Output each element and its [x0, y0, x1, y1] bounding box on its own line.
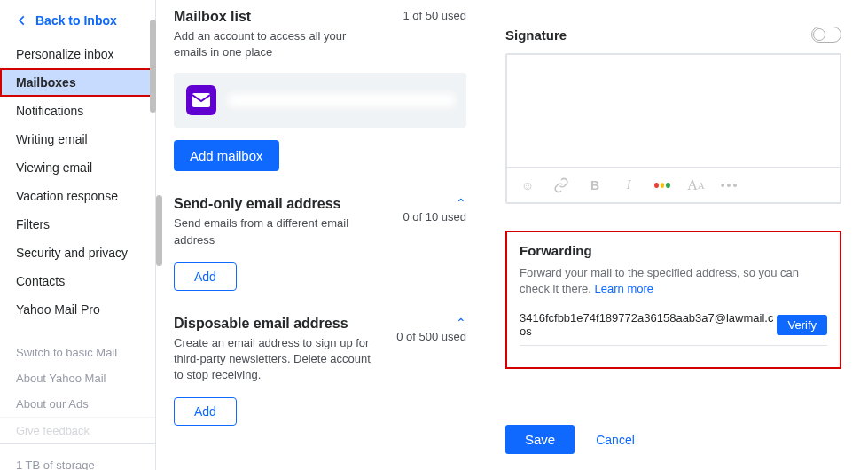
forwarding-title: Forwarding: [520, 243, 827, 258]
sidebar-scrollbar[interactable]: [150, 20, 156, 113]
nav-filters[interactable]: Filters: [0, 210, 155, 239]
more-icon[interactable]: •••: [722, 177, 738, 193]
nav-mailboxes[interactable]: Mailboxes: [0, 68, 155, 97]
back-to-inbox-link[interactable]: Back to Inbox: [0, 13, 155, 40]
section-disposable: Disposable email address Create an email…: [174, 316, 466, 427]
back-label: Back to Inbox: [35, 13, 117, 27]
save-button[interactable]: Save: [505, 425, 575, 454]
verify-button[interactable]: Verify: [777, 315, 827, 335]
forwarding-learn-more-link[interactable]: Learn more: [595, 282, 653, 295]
nav-personalize-inbox[interactable]: Personalize inbox: [0, 40, 155, 68]
disposable-used: 0 of 500 used: [396, 330, 466, 343]
nav-security-privacy[interactable]: Security and privacy: [0, 239, 155, 267]
storage-info: 1 TB of storage 0.06 % used: [0, 443, 155, 470]
mailbox-account-row[interactable]: [174, 73, 466, 128]
link-give-feedback[interactable]: Give feedback: [0, 417, 155, 443]
sidebar-secondary-links: Switch to basic Mail About Yahoo Mail Ab…: [0, 340, 155, 443]
disposable-collapse-icon[interactable]: ⌃: [396, 316, 466, 330]
add-send-only-button[interactable]: Add: [174, 262, 237, 291]
mailbox-list-desc: Add an account to access all your emails…: [174, 28, 378, 60]
nav-yahoo-mail-pro[interactable]: Yahoo Mail Pro: [0, 295, 155, 324]
forwarding-email: 3416fcfbb1e74f189772a36158aab3a7@lawmail…: [520, 311, 777, 338]
link-about-ads[interactable]: About our Ads: [0, 391, 155, 417]
signature-textarea[interactable]: [507, 55, 840, 167]
action-buttons: Save Cancel: [505, 425, 635, 454]
signature-toggle[interactable]: [811, 27, 841, 43]
mailbox-list-title: Mailbox list: [174, 9, 378, 25]
section-mailbox-list: Mailbox list Add an account to access al…: [174, 9, 466, 171]
nav-contacts[interactable]: Contacts: [0, 267, 155, 295]
link-switch-basic[interactable]: Switch to basic Mail: [0, 340, 155, 365]
italic-icon[interactable]: I: [621, 177, 637, 193]
mailbox-list-used: 1 of 50 used: [403, 9, 466, 22]
forwarding-section: Forwarding Forward your mail to the spec…: [505, 231, 841, 369]
link-about-mail[interactable]: About Yahoo Mail: [0, 365, 155, 391]
send-only-collapse-icon[interactable]: ⌃: [403, 196, 466, 210]
signature-title: Signature: [505, 27, 567, 43]
storage-total: 1 TB of storage: [16, 458, 139, 470]
link-icon[interactable]: [553, 177, 569, 193]
cancel-button[interactable]: Cancel: [596, 433, 635, 447]
forwarding-desc: Forward your mail to the specified addre…: [520, 265, 827, 297]
mailbox-account-name-redacted: [229, 94, 454, 106]
text-color-icon[interactable]: [654, 177, 670, 193]
settings-sidebar: Back to Inbox Personalize inbox Mailboxe…: [0, 0, 156, 470]
disposable-title: Disposable email address: [174, 316, 378, 332]
add-disposable-button[interactable]: Add: [174, 397, 237, 426]
signature-toolbar: ☺ B I AA •••: [507, 167, 840, 202]
nav-notifications[interactable]: Notifications: [0, 97, 155, 125]
middle-scrollbar[interactable]: [156, 195, 162, 266]
disposable-desc: Create an email address to sign up for t…: [174, 335, 378, 384]
mailboxes-panel: Mailbox list Add an account to access al…: [156, 0, 484, 470]
nav-writing-email[interactable]: Writing email: [0, 125, 155, 153]
add-mailbox-button[interactable]: Add mailbox: [174, 140, 279, 171]
right-panel: Signature ☺ B I AA ••• Forwarding Forwar…: [484, 0, 868, 470]
arrow-left-icon: [16, 14, 28, 27]
section-send-only: Send-only email address Send emails from…: [174, 196, 466, 290]
send-only-used: 0 of 10 used: [403, 210, 466, 223]
emoji-icon[interactable]: ☺: [520, 177, 536, 193]
send-only-title: Send-only email address: [174, 196, 378, 212]
mail-icon: [186, 85, 216, 115]
bold-icon[interactable]: B: [587, 177, 603, 193]
font-size-icon[interactable]: AA: [688, 177, 704, 193]
signature-editor: ☺ B I AA •••: [505, 53, 841, 204]
settings-nav: Personalize inbox Mailboxes Notification…: [0, 40, 155, 324]
nav-viewing-email[interactable]: Viewing email: [0, 153, 155, 182]
send-only-desc: Send emails from a different email addre…: [174, 215, 378, 247]
nav-vacation-response[interactable]: Vacation response: [0, 182, 155, 210]
